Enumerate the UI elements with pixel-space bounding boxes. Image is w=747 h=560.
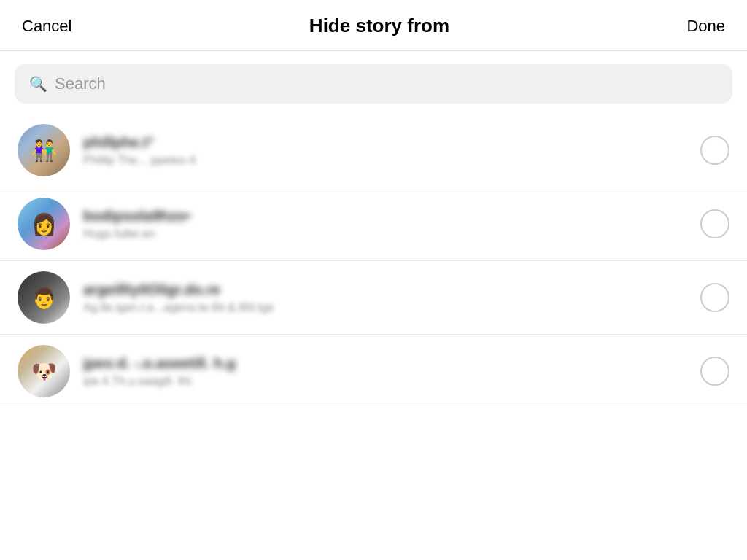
list-item[interactable]: 👫phillphe.t°Phillip The... ppetes-4 bbox=[0, 114, 747, 187]
contact-sub: Hugo.fuller.en bbox=[83, 228, 687, 241]
contact-sub: Ag.lle.igen.t.e...agens.te.6tr.&.6hl.tge bbox=[83, 301, 687, 314]
avatar: 🐶 bbox=[18, 345, 70, 397]
avatar: 👫 bbox=[18, 124, 70, 176]
select-checkbox[interactable] bbox=[700, 357, 729, 386]
page-title: Hide story from bbox=[309, 15, 449, 37]
search-icon: 🔍 bbox=[29, 75, 47, 93]
avatar: 👩 bbox=[18, 198, 70, 250]
contact-list: 👫phillphe.t°Phillip The... ppetes-4👩bodi… bbox=[0, 114, 747, 408]
search-placeholder-text: Search bbox=[55, 74, 106, 93]
avatar: 👨 bbox=[18, 271, 70, 324]
item-info: phillphe.t°Phillip The... ppetes-4 bbox=[83, 134, 687, 167]
list-item[interactable]: 👨argeillty0Oligr.do.reAg.lle.igen.t.e...… bbox=[0, 261, 747, 335]
item-info: bodipsola9hzo•Hugo.fuller.en bbox=[83, 208, 687, 241]
contact-name: argeillty0Oligr.do.re bbox=[83, 281, 687, 298]
done-button[interactable]: Done bbox=[686, 17, 725, 36]
select-checkbox[interactable] bbox=[700, 209, 729, 238]
search-container: 🔍 Search bbox=[0, 51, 747, 114]
search-bar[interactable]: 🔍 Search bbox=[15, 64, 732, 104]
header: Cancel Hide story from Done bbox=[0, 0, 747, 51]
list-item[interactable]: 👩bodipsola9hzo•Hugo.fuller.en bbox=[0, 187, 747, 261]
contact-name: jpes:d. -.o.aseetill. h.g bbox=[83, 355, 687, 372]
contact-sub: Phillip The... ppetes-4 bbox=[83, 154, 687, 167]
select-checkbox[interactable] bbox=[700, 136, 729, 165]
cancel-button[interactable]: Cancel bbox=[22, 17, 71, 36]
contact-sub: ipe.4.Th.u.saagill. thl. bbox=[83, 375, 687, 388]
select-checkbox[interactable] bbox=[700, 283, 729, 312]
contact-name: bodipsola9hzo• bbox=[83, 208, 687, 225]
item-info: jpes:d. -.o.aseetill. h.gipe.4.Th.u.saag… bbox=[83, 355, 687, 388]
item-info: argeillty0Oligr.do.reAg.lle.igen.t.e...a… bbox=[83, 281, 687, 314]
contact-name: phillphe.t° bbox=[83, 134, 687, 151]
list-item[interactable]: 🐶jpes:d. -.o.aseetill. h.gipe.4.Th.u.saa… bbox=[0, 335, 747, 408]
